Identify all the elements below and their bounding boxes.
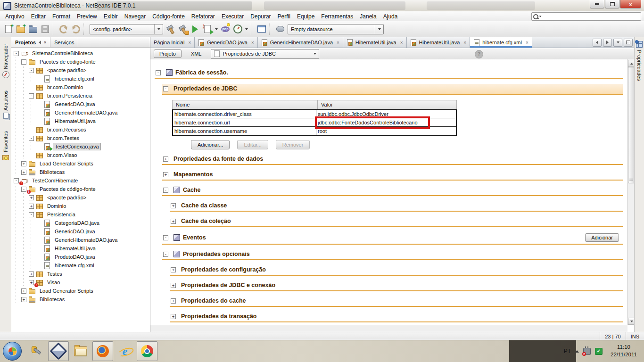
horizontal-scrollbar[interactable] <box>150 325 627 332</box>
close-tab-icon[interactable]: × <box>526 40 528 45</box>
dock-tab-favoritos[interactable]: Favoritos <box>2 131 9 160</box>
tab-servicos[interactable]: Serviços <box>50 37 78 47</box>
menu-janela[interactable]: Janela <box>356 12 380 21</box>
tree-node-br-com-visao[interactable]: br.com.Visao <box>11 151 150 159</box>
collapse-icon[interactable]: - <box>156 70 161 75</box>
section-select[interactable]: Propriedades de JDBC <box>211 49 319 59</box>
menu-navegar[interactable]: Navegar <box>121 12 149 21</box>
expand-icon[interactable]: + <box>21 170 26 175</box>
section-propriedades-do-cache[interactable]: +Propriedades do cache <box>170 296 623 307</box>
clean-build-button[interactable] <box>177 23 189 35</box>
collapse-icon[interactable]: - <box>21 59 26 65</box>
section-cache[interactable]: -Cache <box>162 186 623 196</box>
menu-ferramentas[interactable]: Ferramentas <box>318 12 356 21</box>
tab-projetos[interactable]: Projetos × <box>11 37 50 47</box>
network-disconnected-icon[interactable] <box>583 348 591 355</box>
update-ok-icon[interactable]: ✓ <box>595 348 603 355</box>
editor-tab-hibernateutil-java[interactable]: HibernateUtil.java× <box>343 37 407 48</box>
tree-node-testes[interactable]: +Testes <box>11 270 150 278</box>
editor-tab-hibernate-cfg-xml[interactable]: hibernate.cfg.xml× <box>470 37 532 48</box>
expand-icon[interactable]: + <box>29 272 34 277</box>
taskbar-netbeans[interactable] <box>48 341 69 361</box>
menu-format[interactable]: Format <box>49 12 74 21</box>
quick-search-input[interactable] <box>531 12 641 21</box>
close-tab-icon[interactable]: × <box>463 40 466 45</box>
ui-designer-button[interactable] <box>256 23 268 35</box>
collapse-icon[interactable]: - <box>163 188 168 193</box>
new-project-button[interactable]: + <box>15 23 27 35</box>
tree-node-testecomhibernate[interactable]: -!TesteComHibernate <box>11 176 150 185</box>
tree-node-sistemacontrolebiblioteca[interactable]: -SistemaControleBiblioteca <box>11 49 150 58</box>
scroll-tabs-right-button[interactable] <box>603 39 612 47</box>
menu-perfil[interactable]: Perfil <box>274 12 294 21</box>
new-file-button[interactable]: + <box>2 23 15 35</box>
menu-codigo-fonte[interactable]: Código-fonte <box>149 12 188 21</box>
dock-tab-arquivos[interactable]: Arquivos <box>3 90 8 119</box>
table-row[interactable]: hibernate.connection.urljdbc:odbc:FonteD… <box>173 118 456 126</box>
menu-executar[interactable]: Executar <box>218 12 247 21</box>
start-button[interactable] <box>3 342 22 361</box>
menu-depurar[interactable]: Depurar <box>247 12 274 21</box>
profile-project-button[interactable] <box>231 23 244 35</box>
section-propriedades-da-transacao[interactable]: +Propriedades da transação <box>170 312 623 322</box>
tree-node-pacote-padrao[interactable]: -<pacote padrão> <box>11 66 150 74</box>
tree-node-genericdao-java[interactable]: GenericDAO.java <box>11 100 150 108</box>
expand-icon[interactable]: + <box>171 219 176 224</box>
scroll-tabs-left-button[interactable] <box>593 39 602 47</box>
tree-node-generichibernatedao-java[interactable]: GenericHibernateDAO.java <box>11 236 150 244</box>
section-propriedades-de-jdbc[interactable]: -Propriedades de JDBC <box>162 84 623 95</box>
close-button[interactable]: x <box>620 0 641 8</box>
tab-propriedades[interactable]: Propriedades <box>636 50 642 81</box>
menu-editar[interactable]: Editar <box>28 12 49 21</box>
tree-node-dominio[interactable]: +Dominio <box>11 202 150 210</box>
tree-node-hibernateutil-java[interactable]: HibernateUtil.java <box>11 244 150 253</box>
save-all-button[interactable] <box>39 23 51 35</box>
section-propriedades-de-configuracao[interactable]: +Propriedades de configuração <box>170 265 623 276</box>
section-fabrica-de-sessao[interactable]: -Fábrica de sessão. <box>155 68 623 79</box>
collapse-icon[interactable]: - <box>14 178 19 183</box>
debug-project-button[interactable]: 13 <box>201 23 214 35</box>
collapse-icon[interactable]: - <box>29 68 34 73</box>
expand-icon[interactable]: + <box>163 156 168 162</box>
close-tab-icon[interactable]: × <box>188 40 191 45</box>
projeto-view-button[interactable]: Projeto <box>154 49 182 58</box>
close-panel-icon[interactable]: × <box>44 40 46 45</box>
tree-node-categoriadao-java[interactable]: CategoriaDAO.java <box>11 219 150 227</box>
minimize-panel-icon[interactable] <box>39 41 41 44</box>
section-eventos[interactable]: -EventosAdicionar <box>162 232 623 245</box>
tab-list-dropdown-button[interactable] <box>613 39 622 47</box>
expand-icon[interactable]: + <box>163 172 168 177</box>
search-scope-dropdown-icon[interactable] <box>539 16 542 17</box>
expand-icon[interactable]: + <box>171 267 176 272</box>
menu-equipe[interactable]: Equipe <box>294 12 318 21</box>
minimize-button[interactable] <box>590 0 604 8</box>
expand-icon[interactable]: + <box>171 283 176 288</box>
section-cache-da-classe[interactable]: +Cache da classe <box>170 201 623 212</box>
expand-icon[interactable]: + <box>21 288 26 294</box>
adicionar-button[interactable]: Adicionar... <box>191 140 230 149</box>
datasource-lookup-button[interactable] <box>274 23 286 35</box>
taskbar-clock[interactable]: 11:10 22/11/2011 <box>607 344 642 358</box>
expand-icon[interactable]: + <box>29 195 34 200</box>
expand-icon[interactable]: + <box>29 280 34 285</box>
table-row[interactable]: hibernate.connection.usernameroot <box>173 126 456 135</box>
editor-tab-hibernateutil-java[interactable]: HibernateUtil.java× <box>407 37 471 48</box>
taskbar-design-tool[interactable] <box>26 342 46 361</box>
datasource-select[interactable]: Empty datasource <box>288 24 384 34</box>
tree-node-testeconexao-java[interactable]: TesteConexao.java <box>11 142 150 151</box>
taskbar-internet-explorer[interactable]: e <box>115 342 135 361</box>
tree-node-hibernate-cfg-xml[interactable]: hibernate.cfg.xml <box>11 74 150 83</box>
tree-node-persistencia[interactable]: -Persistencia <box>11 210 150 219</box>
taskbar-chrome[interactable] <box>137 341 157 361</box>
scrollbar-thumb[interactable] <box>628 67 635 183</box>
section-propriedades-da-fonte-de-dados[interactable]: +Propriedades da fonte de dados <box>162 155 623 165</box>
taskbar-explorer[interactable] <box>71 342 91 361</box>
profile-php-button[interactable]: php <box>219 23 231 35</box>
taskbar-firefox[interactable] <box>92 341 113 361</box>
tree-node-pacotes-de-codigo-fonte[interactable]: -!Pacotes de código-fonte <box>11 185 150 193</box>
collapse-icon[interactable]: - <box>29 212 34 217</box>
build-button[interactable] <box>165 23 177 35</box>
hidden-icons-button[interactable] <box>575 350 579 353</box>
menu-refatorar[interactable]: Refatorar <box>188 12 218 21</box>
collapse-icon[interactable]: - <box>29 136 34 141</box>
